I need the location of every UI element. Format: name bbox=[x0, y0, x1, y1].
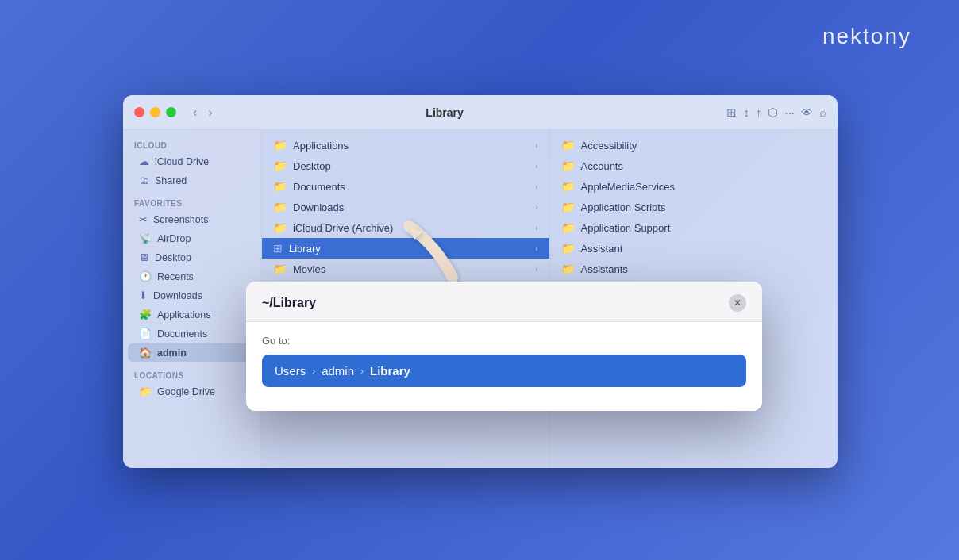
folder-icon: ⊞ bbox=[273, 242, 283, 255]
folder-icon: 📁 bbox=[561, 139, 575, 152]
sidebar-item-recents[interactable]: 🕐 Recents bbox=[128, 267, 256, 286]
folder-icon: 📁 bbox=[561, 180, 575, 193]
file-item-applications[interactable]: 📁 Applications › bbox=[262, 135, 549, 155]
path-users: Users bbox=[275, 364, 306, 378]
file-item-label: Downloads bbox=[293, 201, 344, 213]
minimize-button[interactable] bbox=[150, 107, 160, 117]
chevron-icon: › bbox=[535, 244, 537, 253]
folder-icon: 📁 bbox=[273, 180, 287, 193]
preview-icon[interactable]: 👁 bbox=[801, 105, 813, 119]
chevron-icon: › bbox=[535, 141, 537, 150]
google-drive-icon: 📁 bbox=[139, 385, 152, 397]
sidebar-section-icloud: iCloud ☁ iCloud Drive 🗂 Shared bbox=[123, 138, 261, 190]
sidebar-item-label: Google Drive bbox=[157, 386, 215, 397]
folder-icon: 📁 bbox=[273, 159, 287, 172]
folder-icon: 📁 bbox=[273, 201, 287, 213]
file-item-label: Documents bbox=[293, 181, 345, 193]
sidebar-item-label: Documents bbox=[157, 328, 207, 339]
file-item-icloud-archive[interactable]: 📁 iCloud Drive (Archive) › bbox=[262, 217, 549, 238]
chevron-icon: › bbox=[535, 265, 537, 274]
sidebar-section-favorites: Favorites ✂ Screenshots 📡 AirDrop 🖥 Desk… bbox=[123, 196, 261, 362]
path-sep-1: › bbox=[312, 366, 315, 377]
file-item-label: Application Support bbox=[581, 222, 671, 234]
chevron-icon: › bbox=[535, 162, 537, 171]
recents-icon: 🕐 bbox=[139, 270, 152, 282]
folder-icon: 📁 bbox=[561, 201, 575, 213]
sidebar-item-applications[interactable]: 🧩 Applications bbox=[128, 305, 256, 324]
folder-icon: 📁 bbox=[273, 263, 287, 275]
icloud-section-title: iCloud bbox=[123, 138, 261, 152]
file-item-assistants[interactable]: 📁 Assistants bbox=[550, 259, 838, 279]
downloads-icon: ⬇ bbox=[139, 290, 148, 301]
goto-path[interactable]: Users › admin › Library bbox=[262, 355, 746, 387]
sidebar-item-label: Desktop bbox=[155, 252, 191, 263]
file-item-label: Desktop bbox=[293, 160, 331, 172]
dialog-title: ~/Library bbox=[262, 296, 316, 310]
sidebar-item-label: iCloud Drive bbox=[155, 156, 209, 167]
dialog-titlebar: ~/Library ✕ bbox=[246, 282, 762, 322]
sidebar-item-shared[interactable]: 🗂 Shared bbox=[128, 171, 256, 190]
sidebar-item-icloud-drive[interactable]: ☁ iCloud Drive bbox=[128, 152, 256, 171]
dialog-close-button[interactable]: ✕ bbox=[729, 294, 746, 312]
file-item-label: Applications bbox=[293, 140, 349, 152]
file-item-downloads[interactable]: 📁 Downloads › bbox=[262, 197, 549, 217]
search-icon[interactable]: ⌕ bbox=[819, 105, 826, 119]
close-button[interactable] bbox=[134, 107, 144, 117]
file-item-application-scripts[interactable]: 📁 Application Scripts bbox=[550, 197, 838, 217]
chevron-icon: › bbox=[535, 224, 537, 232]
sidebar-item-documents[interactable]: 📄 Documents bbox=[128, 324, 256, 343]
file-item-assistant[interactable]: 📁 Assistant bbox=[550, 238, 838, 259]
view-columns-icon[interactable]: ⊞ bbox=[726, 105, 737, 120]
sidebar-item-label: Recents bbox=[157, 271, 194, 282]
file-item-label: Application Scripts bbox=[581, 201, 666, 213]
file-item-application-support[interactable]: 📁 Application Support bbox=[550, 217, 838, 238]
sidebar-item-desktop[interactable]: 🖥 Desktop bbox=[128, 248, 256, 267]
sidebar-item-google-drive[interactable]: 📁 Google Drive bbox=[128, 382, 256, 401]
sidebar-item-label: Applications bbox=[157, 309, 210, 320]
path-admin: admin bbox=[322, 364, 354, 378]
folder-icon: 📁 bbox=[561, 159, 575, 172]
favorites-section-title: Favorites bbox=[123, 196, 261, 209]
folder-icon: 📁 bbox=[561, 221, 575, 234]
goto-label: Go to: bbox=[262, 335, 746, 347]
file-item-movies[interactable]: 📁 Movies › bbox=[262, 259, 549, 279]
file-item-label: Accessibility bbox=[581, 140, 637, 152]
chevron-icon: › bbox=[535, 203, 537, 212]
folder-icon: 📁 bbox=[561, 242, 575, 255]
sidebar-item-label: Screenshots bbox=[153, 214, 208, 225]
airdrop-icon: 📡 bbox=[139, 232, 152, 244]
file-item-library[interactable]: ⊞ Library › bbox=[262, 238, 549, 259]
file-item-label: Movies bbox=[293, 263, 325, 275]
sidebar-item-airdrop[interactable]: 📡 AirDrop bbox=[128, 229, 256, 247]
sidebar-item-label: admin bbox=[157, 347, 187, 359]
file-item-accounts[interactable]: 📁 Accounts bbox=[550, 155, 838, 176]
folder-icon: 📁 bbox=[273, 139, 287, 152]
title-bar: ‹ › Library ⊞ ↕ ↑ ⬡ ··· 👁 ⌕ bbox=[123, 95, 838, 130]
file-item-applemediaservices[interactable]: 📁 AppleMediaServices bbox=[550, 176, 838, 197]
file-item-label: iCloud Drive (Archive) bbox=[293, 222, 393, 234]
more-icon[interactable]: ··· bbox=[784, 105, 795, 119]
sort-icon[interactable]: ↕ bbox=[743, 105, 749, 119]
file-item-label: Accounts bbox=[581, 160, 623, 172]
sidebar-section-locations: Locations 📁 Google Drive bbox=[123, 368, 261, 401]
folder-icon: 📁 bbox=[273, 221, 287, 234]
file-item-label: AppleMediaServices bbox=[581, 181, 676, 193]
file-item-documents[interactable]: 📁 Documents › bbox=[262, 176, 549, 197]
sidebar-item-label: AirDrop bbox=[157, 233, 191, 244]
shared-icon: 🗂 bbox=[139, 175, 149, 186]
file-item-label: Library bbox=[289, 243, 321, 255]
documents-icon: 📄 bbox=[139, 328, 152, 339]
applications-icon: 🧩 bbox=[139, 309, 152, 320]
sidebar-item-downloads[interactable]: ⬇ Downloads bbox=[128, 286, 256, 305]
file-item-accessibility[interactable]: 📁 Accessibility bbox=[550, 135, 838, 155]
path-sep-2: › bbox=[360, 366, 364, 377]
file-item-desktop[interactable]: 📁 Desktop › bbox=[262, 155, 549, 176]
tag-icon[interactable]: ⬡ bbox=[768, 105, 778, 120]
toolbar-icons: ⊞ ↕ ↑ ⬡ ··· 👁 ⌕ bbox=[726, 105, 826, 120]
path-library: Library bbox=[370, 364, 410, 378]
share-icon[interactable]: ↑ bbox=[756, 105, 762, 119]
file-item-label: Assistants bbox=[581, 263, 628, 275]
sidebar-item-admin[interactable]: 🏠 admin bbox=[128, 343, 256, 362]
sidebar-item-screenshots[interactable]: ✂ Screenshots bbox=[128, 210, 256, 228]
dialog-body: Go to: Users › admin › Library bbox=[246, 322, 762, 411]
